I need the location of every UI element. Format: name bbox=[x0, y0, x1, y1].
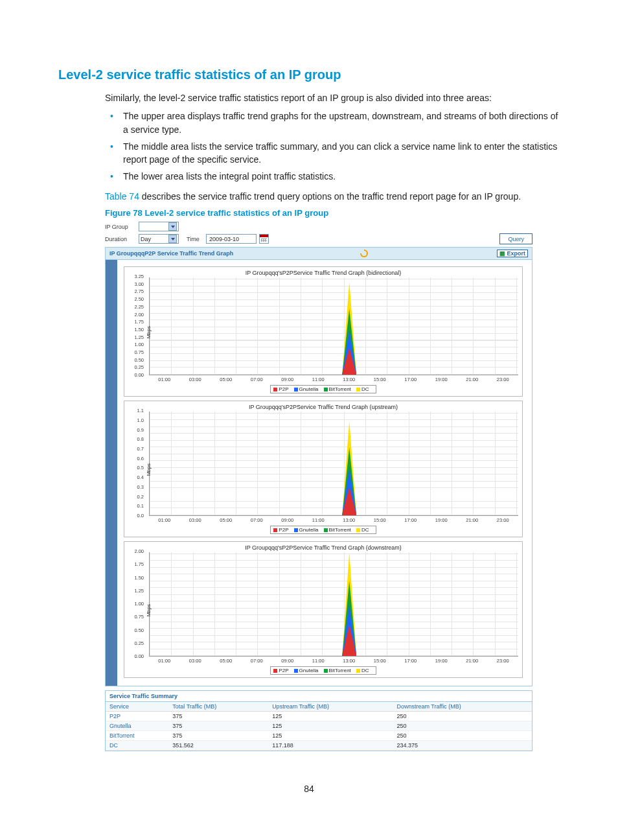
summary-panel: Service Traffic Summary Service Total Tr… bbox=[105, 690, 532, 751]
list-item: The upper area displays traffic trend gr… bbox=[105, 110, 560, 136]
section-heading: Level-2 service traffic statistics of an… bbox=[58, 67, 560, 82]
cell-upstream: 125 bbox=[268, 712, 393, 721]
refresh-icon[interactable] bbox=[360, 250, 368, 257]
chart-downstream: IP Groupqqq'sP2PService Traffic Trend Gr… bbox=[124, 541, 523, 678]
legend-label: BitTorrent bbox=[329, 527, 352, 533]
legend-swatch-icon bbox=[294, 669, 298, 673]
legend-swatch-icon bbox=[356, 669, 360, 673]
service-link[interactable]: Gnutella bbox=[106, 721, 168, 731]
cell-downstream: 250 bbox=[393, 721, 532, 731]
duration-select[interactable]: Day bbox=[139, 234, 179, 244]
list-item: The middle area lists the service traffi… bbox=[105, 140, 560, 167]
legend-swatch-icon bbox=[294, 388, 298, 391]
service-link[interactable]: DC bbox=[106, 741, 168, 751]
cell-downstream: 250 bbox=[393, 731, 532, 741]
cell-upstream: 125 bbox=[268, 721, 393, 731]
panel-title: IP GroupqqqP2P Service Traffic Trend Gra… bbox=[109, 250, 233, 257]
duration-select-value: Day bbox=[141, 236, 151, 242]
legend-swatch-icon bbox=[356, 528, 360, 532]
y-axis-ticks: 3.253.002.752.502.252.001.751.501.251.00… bbox=[130, 274, 144, 378]
legend-swatch-icon bbox=[294, 528, 298, 532]
time-label: Time bbox=[187, 236, 206, 242]
cell-total: 375 bbox=[168, 731, 268, 741]
legend-label: DC bbox=[361, 668, 369, 673]
chevron-down-icon bbox=[168, 235, 177, 243]
y-axis-label: Mbps bbox=[146, 326, 152, 339]
legend-swatch-icon bbox=[356, 388, 360, 391]
chart-title: IP Groupqqq'sP2PService Traffic Trend Gr… bbox=[128, 402, 518, 412]
cell-total: 375 bbox=[168, 721, 268, 731]
intro-paragraph: Similarly, the level-2 service traffic s… bbox=[105, 91, 560, 104]
bullet-list: The upper area displays traffic trend gr… bbox=[105, 110, 560, 183]
export-button-label: Export bbox=[507, 250, 525, 257]
list-item: The lower area lists the integral point … bbox=[105, 170, 560, 183]
legend-swatch-icon bbox=[273, 528, 277, 532]
table-ref-link[interactable]: Table 74 bbox=[105, 191, 139, 202]
export-button[interactable]: ▦ Export bbox=[497, 250, 528, 257]
col-total: Total Traffic (MB) bbox=[168, 702, 268, 712]
page-number: 84 bbox=[58, 784, 560, 794]
col-service: Service bbox=[106, 702, 168, 712]
y-axis-label: Mbps bbox=[146, 463, 152, 476]
legend-label: P2P bbox=[279, 527, 290, 533]
chart-title: IP Groupqqq'sP2PService Traffic Trend Gr… bbox=[128, 543, 518, 552]
figure-78: IP Group Duration Day Time 2009-03-10 Qu… bbox=[105, 222, 532, 751]
summary-header: Service Traffic Summary bbox=[106, 691, 532, 702]
cell-upstream: 125 bbox=[268, 731, 393, 741]
time-input-value: 2009-03-10 bbox=[209, 236, 239, 242]
legend-swatch-icon bbox=[273, 388, 277, 391]
figure-caption: Figure 78 Level-2 service traffic statis… bbox=[105, 208, 560, 218]
legend-swatch-icon bbox=[273, 669, 277, 673]
cell-upstream: 117.188 bbox=[268, 741, 393, 751]
filter-row-1: IP Group bbox=[105, 222, 532, 231]
trend-panel: IP GroupqqqP2P Service Traffic Trend Gra… bbox=[105, 247, 532, 686]
panel-header: IP GroupqqqP2P Service Traffic Trend Gra… bbox=[106, 248, 532, 260]
legend-label: BitTorrent bbox=[329, 386, 352, 392]
legend-swatch-icon bbox=[324, 669, 328, 673]
table-row: P2P375125250 bbox=[106, 712, 532, 721]
legend-label: DC bbox=[361, 386, 369, 392]
time-input[interactable]: 2009-03-10 bbox=[206, 234, 257, 244]
legend-swatch-icon bbox=[324, 528, 328, 532]
chart-legend: P2P Gnutella BitTorrent DC bbox=[270, 666, 376, 675]
legend-label: Gnutella bbox=[299, 668, 320, 673]
table-ref-line: Table 74 describes the service traffic t… bbox=[105, 190, 560, 203]
service-link[interactable]: BitTorrent bbox=[106, 731, 168, 741]
table-row: DC351.562117.188234.375 bbox=[106, 741, 532, 751]
calendar-icon[interactable] bbox=[259, 234, 269, 244]
chart-wrap: IP Groupqqq'sP2PService Traffic Trend Gr… bbox=[106, 260, 532, 686]
table-ref-text: describes the service traffic trend quer… bbox=[139, 191, 521, 202]
plot-area: Mbps bbox=[149, 277, 518, 375]
plot-area: Mbps bbox=[149, 552, 518, 657]
col-upstream: Upstream Traffic (MB) bbox=[268, 702, 393, 712]
chart-bidirectional: IP Groupqqq'sP2PService Traffic Trend Gr… bbox=[124, 266, 523, 397]
x-axis-ticks: 01:0003:0005:0007:0009:0011:0013:0015:00… bbox=[149, 516, 518, 523]
chart-legend: P2P Gnutella BitTorrent DC bbox=[270, 526, 376, 534]
plot-area: Mbps bbox=[149, 412, 518, 516]
service-link[interactable]: P2P bbox=[106, 712, 168, 721]
legend-label: Gnutella bbox=[299, 527, 320, 533]
chart-title: IP Groupqqq'sP2PService Traffic Trend Gr… bbox=[128, 268, 518, 277]
cell-downstream: 250 bbox=[393, 712, 532, 721]
cell-downstream: 234.375 bbox=[393, 741, 532, 751]
x-axis-ticks: 01:0003:0005:0007:0009:0011:0013:0015:00… bbox=[149, 657, 518, 664]
legend-label: DC bbox=[361, 527, 369, 533]
y-axis-ticks: 1.11.00.90.80.70.60.50.40.30.20.10.0 bbox=[130, 408, 144, 519]
table-row: Gnutella375125250 bbox=[106, 721, 532, 731]
chevron-down-icon bbox=[168, 222, 177, 231]
table-row: BitTorrent375125250 bbox=[106, 731, 532, 741]
summary-table: Service Total Traffic (MB) Upstream Traf… bbox=[106, 702, 532, 751]
query-button[interactable]: Query bbox=[499, 233, 532, 244]
filter-row-2: Duration Day Time 2009-03-10 Query bbox=[105, 233, 532, 244]
y-axis-label: Mbps bbox=[146, 604, 152, 617]
chart-upstream: IP Groupqqq'sP2PService Traffic Trend Gr… bbox=[124, 401, 523, 537]
legend-swatch-icon bbox=[324, 388, 328, 391]
chart-legend: P2P Gnutella BitTorrent DC bbox=[270, 385, 376, 393]
legend-label: BitTorrent bbox=[329, 668, 352, 673]
y-axis-ticks: 2.001.751.501.251.000.750.500.250.00 bbox=[130, 548, 144, 659]
ip-group-label: IP Group bbox=[105, 224, 139, 230]
cell-total: 351.562 bbox=[168, 741, 268, 751]
ip-group-select[interactable] bbox=[139, 222, 179, 231]
legend-label: Gnutella bbox=[299, 386, 320, 392]
cell-total: 375 bbox=[168, 712, 268, 721]
